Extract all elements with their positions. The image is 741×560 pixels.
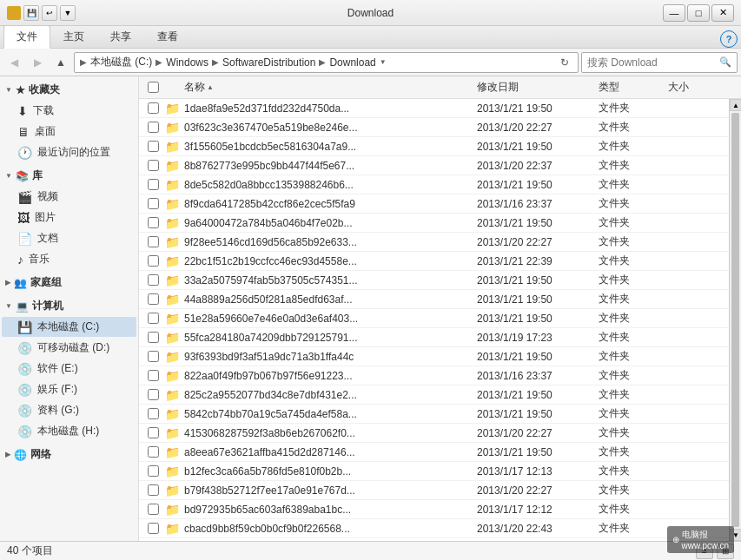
forward-button[interactable]: ▶: [27, 52, 48, 73]
row-checkbox[interactable]: [142, 255, 163, 267]
table-row[interactable]: 📁 825c2a9552077bd34c8e7dbf431e2... 2013/…: [139, 385, 729, 405]
row-checkbox-input[interactable]: [148, 198, 159, 209]
row-checkbox[interactable]: [142, 446, 163, 458]
row-checkbox-input[interactable]: [148, 389, 159, 400]
row-checkbox-input[interactable]: [148, 523, 159, 534]
row-checkbox[interactable]: [142, 332, 163, 343]
search-icon[interactable]: 🔍: [719, 56, 731, 68]
row-checkbox[interactable]: [142, 274, 163, 286]
table-row[interactable]: 📁 b79f438b52712f7ee17a0e91e767d... 2013/…: [139, 481, 729, 500]
sidebar-header-favorites[interactable]: ▼ ★ 收藏夹: [0, 80, 138, 100]
row-checkbox[interactable]: [142, 102, 163, 114]
addr-part-softwaredist[interactable]: SoftwareDistribution: [221, 56, 317, 69]
vertical-scrollbar[interactable]: ▲ ▼: [729, 99, 741, 541]
col-header-size[interactable]: 大小: [665, 76, 725, 98]
row-checkbox-input[interactable]: [148, 351, 159, 362]
addr-part-windows[interactable]: Windows: [164, 56, 210, 69]
addr-part-download[interactable]: Download: [327, 56, 377, 69]
maximize-button[interactable]: □: [687, 4, 710, 22]
row-checkbox[interactable]: [142, 465, 163, 477]
table-row[interactable]: 📁 93f6393bd9f3af51a9dc71a3b1ffa44c 2013/…: [139, 347, 729, 366]
sidebar-item-d-drive[interactable]: 💿 可移动磁盘 (D:): [2, 338, 136, 358]
select-all-checkbox[interactable]: [148, 82, 159, 93]
sidebar-item-download[interactable]: ⬇ 下载: [2, 101, 136, 121]
row-checkbox-input[interactable]: [148, 102, 159, 114]
row-checkbox-input[interactable]: [148, 313, 159, 324]
row-checkbox-input[interactable]: [148, 427, 159, 438]
row-checkbox[interactable]: [142, 370, 163, 381]
search-input[interactable]: [587, 56, 719, 69]
sidebar-header-library[interactable]: ▼ 📚 库: [0, 166, 138, 186]
sidebar-header-homegroup[interactable]: ▶ 👥 家庭组: [0, 273, 138, 293]
sidebar-item-c-drive[interactable]: 💾 本地磁盘 (C:): [2, 317, 136, 337]
addr-part-root[interactable]: 本地磁盘 (C:): [89, 54, 154, 70]
sidebar-item-e-drive[interactable]: 💿 软件 (E:): [2, 359, 136, 379]
sidebar-item-video[interactable]: 🎬 视频: [2, 187, 136, 207]
row-checkbox-input[interactable]: [148, 274, 159, 286]
sidebar-item-documents[interactable]: 📄 文档: [2, 228, 136, 248]
tab-home[interactable]: 主页: [50, 25, 97, 48]
col-header-name[interactable]: 名称 ▲: [181, 76, 473, 98]
row-checkbox[interactable]: [142, 504, 163, 515]
row-checkbox[interactable]: [142, 427, 163, 438]
table-row[interactable]: 📁 b12fec3ca66a5b786fd5e810f0b2b... 2013/…: [139, 462, 729, 481]
row-checkbox[interactable]: [142, 523, 163, 534]
table-row[interactable]: 📁 1dae8fa9e52d371fdd232d4750da... 2013/1…: [139, 99, 729, 118]
row-checkbox[interactable]: [142, 236, 163, 247]
col-header-date[interactable]: 修改日期: [473, 76, 595, 98]
sidebar-item-f-drive[interactable]: 💿 娱乐 (F:): [2, 379, 136, 399]
row-checkbox-input[interactable]: [148, 446, 159, 458]
col-header-type[interactable]: 类型: [595, 76, 665, 98]
refresh-button[interactable]: ↻: [557, 55, 572, 70]
tab-file[interactable]: 文件: [3, 25, 50, 49]
row-checkbox-input[interactable]: [148, 408, 159, 419]
tab-share[interactable]: 共享: [97, 25, 144, 48]
back-button[interactable]: ◀: [3, 52, 24, 73]
row-checkbox-input[interactable]: [148, 293, 159, 305]
table-row[interactable]: 📁 51e28a59660e7e46e0a0d3e6af403... 2013/…: [139, 309, 729, 328]
table-row[interactable]: 📁 22bc1f51c2b19ccfcc46ec93d4558e... 2013…: [139, 252, 729, 271]
table-row[interactable]: 📁 8de5c582d0a8bbcc1353988246b6... 2013/1…: [139, 175, 729, 194]
row-checkbox[interactable]: [142, 198, 163, 209]
row-checkbox-input[interactable]: [148, 179, 159, 190]
row-checkbox[interactable]: [142, 313, 163, 324]
row-checkbox[interactable]: [142, 351, 163, 362]
row-checkbox[interactable]: [142, 122, 163, 133]
tab-view[interactable]: 查看: [144, 25, 191, 48]
row-checkbox[interactable]: [142, 484, 163, 496]
row-checkbox[interactable]: [142, 160, 163, 171]
table-row[interactable]: 📁 55fca284180a74209dbb729125791... 2013/…: [139, 328, 729, 347]
row-checkbox-input[interactable]: [148, 217, 159, 228]
row-checkbox[interactable]: [142, 408, 163, 419]
table-row[interactable]: 📁 4153068287592f3a8b6eb267062f0... 2013/…: [139, 424, 729, 443]
row-checkbox-input[interactable]: [148, 141, 159, 152]
row-checkbox[interactable]: [142, 217, 163, 228]
scroll-thumb[interactable]: [731, 113, 739, 527]
qa-btn-2[interactable]: ↩: [42, 5, 57, 21]
sidebar-item-desktop[interactable]: 🖥 桌面: [2, 122, 136, 142]
sidebar-item-music[interactable]: ♪ 音乐: [2, 249, 136, 269]
table-row[interactable]: 📁 3f155605e1bcdcb5ec5816304a7a9... 2013/…: [139, 137, 729, 156]
table-row[interactable]: 📁 33a2a5075974fab5b37505c574351... 2013/…: [139, 271, 729, 290]
scroll-up-button[interactable]: ▲: [730, 99, 741, 111]
table-row[interactable]: 📁 822aa0f49fb97b067b97f56e91223... 2013/…: [139, 366, 729, 385]
up-button[interactable]: ▲: [50, 52, 71, 73]
row-checkbox[interactable]: [142, 293, 163, 305]
table-row[interactable]: 📁 cbacd9bb8f59cb0b0cf9b0f226568... 2013/…: [139, 519, 729, 538]
address-box[interactable]: ▶ 本地磁盘 (C:) ▶ Windows ▶ SoftwareDistribu…: [74, 52, 579, 73]
minimize-button[interactable]: —: [663, 4, 685, 22]
table-row[interactable]: 📁 bd972935b65ac603af6389aba1bc... 2013/1…: [139, 500, 729, 519]
close-button[interactable]: ✕: [711, 4, 734, 22]
table-row[interactable]: 📁 9f28ee5146cd169d56ca85b92e633... 2013/…: [139, 233, 729, 252]
table-row[interactable]: 📁 8f9cda6417285b42ccf86e2cec5f5fa9 2013/…: [139, 194, 729, 214]
row-checkbox-input[interactable]: [148, 504, 159, 515]
addr-dropdown-icon[interactable]: ▼: [380, 58, 387, 66]
sidebar-header-computer[interactable]: ▼ 💻 计算机: [0, 296, 138, 316]
table-row[interactable]: 📁 44a8889a256d50f281a85edfd63af... 2013/…: [139, 290, 729, 309]
table-row[interactable]: 📁 a8eea67e3621affba415d2d287146... 2013/…: [139, 443, 729, 462]
row-checkbox-input[interactable]: [148, 332, 159, 343]
row-checkbox-input[interactable]: [148, 236, 159, 247]
qa-btn-3[interactable]: ▼: [60, 5, 76, 21]
row-checkbox-input[interactable]: [148, 484, 159, 496]
row-checkbox-input[interactable]: [148, 465, 159, 477]
